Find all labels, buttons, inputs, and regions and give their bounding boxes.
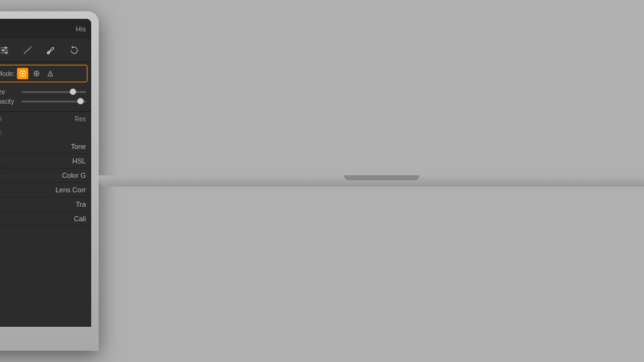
heal-mode-button[interactable] bbox=[17, 68, 28, 79]
size-slider-thumb[interactable] bbox=[70, 89, 76, 95]
eye-icon-2[interactable] bbox=[0, 128, 3, 138]
color-grading-eye[interactable] bbox=[0, 172, 3, 179]
mode-label: Mode: bbox=[0, 70, 14, 77]
opacity-slider-row[interactable]: Opacity bbox=[0, 98, 86, 105]
svg-point-4 bbox=[2, 49, 4, 52]
app-container: Always Visualize Spots Previous Re bbox=[0, 19, 91, 327]
clone-mode-button[interactable] bbox=[31, 68, 42, 79]
tool-icons-row bbox=[0, 39, 91, 62]
sliders-area: Size Opacity bbox=[0, 85, 91, 112]
opacity-label: Opacity bbox=[0, 98, 21, 105]
panel-header: His bbox=[0, 19, 91, 39]
svg-point-17 bbox=[0, 116, 1, 121]
lens-corrections-section[interactable]: Lens Corr bbox=[0, 183, 91, 197]
calibration-label: Cali bbox=[74, 215, 86, 222]
mode-row[interactable]: Mode: bbox=[0, 65, 87, 82]
panel-sections: Tone HSL bbox=[0, 140, 91, 327]
svg-point-3 bbox=[4, 47, 7, 49]
tone-label: Tone bbox=[71, 143, 86, 150]
tone-section[interactable]: Tone bbox=[0, 140, 91, 154]
transform-section[interactable]: Tra bbox=[0, 197, 91, 212]
calibration-eye[interactable] bbox=[0, 215, 3, 222]
svg-point-19 bbox=[0, 130, 1, 135]
panel-eye-row-2 bbox=[0, 126, 91, 140]
hsl-section[interactable]: HSL bbox=[0, 154, 91, 168]
laptop-base-container bbox=[99, 175, 645, 187]
laptop-frame: Always Visualize Spots Previous Re bbox=[0, 11, 99, 351]
sliders-tool-icon[interactable] bbox=[0, 43, 12, 58]
hsl-eye[interactable] bbox=[0, 157, 3, 165]
size-label: Size bbox=[0, 89, 21, 96]
size-slider-row[interactable]: Size bbox=[0, 89, 86, 96]
laptop-base bbox=[99, 175, 645, 187]
brush-tool-icon[interactable] bbox=[43, 43, 58, 58]
transform-eye[interactable] bbox=[0, 200, 3, 208]
panel-title: His bbox=[76, 25, 86, 33]
svg-point-5 bbox=[5, 52, 8, 54]
color-grading-label: Color G bbox=[62, 172, 86, 179]
size-slider-track[interactable] bbox=[21, 91, 86, 93]
opacity-slider-track[interactable] bbox=[21, 101, 86, 102]
transform-label: Tra bbox=[75, 200, 86, 208]
tone-eye[interactable] bbox=[0, 143, 3, 150]
lens-corrections-eye[interactable] bbox=[0, 186, 3, 194]
opacity-slider-thumb[interactable] bbox=[77, 98, 84, 104]
calibration-section[interactable]: Cali bbox=[0, 212, 91, 226]
reset-text-1[interactable]: Res bbox=[75, 116, 86, 123]
svg-point-16 bbox=[50, 75, 51, 75]
lens-corrections-label: Lens Corr bbox=[55, 186, 86, 194]
color-grading-section[interactable]: Color G bbox=[0, 168, 91, 183]
eye-icon-1[interactable] bbox=[0, 114, 3, 124]
svg-marker-7 bbox=[72, 46, 74, 48]
right-panel: His bbox=[0, 19, 91, 327]
tone-curve-tool-icon[interactable] bbox=[20, 43, 35, 58]
screen-bezel: Always Visualize Spots Previous Re bbox=[0, 19, 91, 327]
reset-tool-icon[interactable] bbox=[67, 43, 82, 58]
spot-mode-button[interactable] bbox=[45, 68, 56, 79]
hsl-label: HSL bbox=[72, 157, 86, 165]
panel-eye-row-1: Res bbox=[0, 112, 91, 126]
